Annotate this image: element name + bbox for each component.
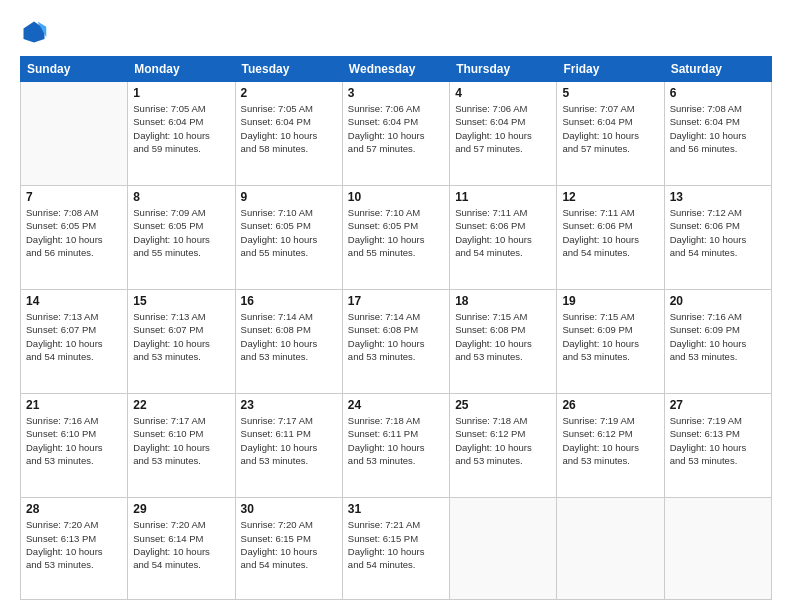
day-number: 26 — [562, 398, 658, 412]
day-info: Sunrise: 7:14 AM Sunset: 6:08 PM Dayligh… — [348, 310, 444, 363]
day-info: Sunrise: 7:09 AM Sunset: 6:05 PM Dayligh… — [133, 206, 229, 259]
weekday-header: Wednesday — [342, 57, 449, 82]
day-info: Sunrise: 7:13 AM Sunset: 6:07 PM Dayligh… — [133, 310, 229, 363]
day-number: 23 — [241, 398, 337, 412]
weekday-header: Friday — [557, 57, 664, 82]
calendar-day-cell: 5Sunrise: 7:07 AM Sunset: 6:04 PM Daylig… — [557, 82, 664, 186]
calendar-day-cell: 4Sunrise: 7:06 AM Sunset: 6:04 PM Daylig… — [450, 82, 557, 186]
day-number: 28 — [26, 502, 122, 516]
day-number: 19 — [562, 294, 658, 308]
day-info: Sunrise: 7:08 AM Sunset: 6:05 PM Dayligh… — [26, 206, 122, 259]
calendar-day-cell: 11Sunrise: 7:11 AM Sunset: 6:06 PM Dayli… — [450, 186, 557, 290]
calendar-day-cell: 9Sunrise: 7:10 AM Sunset: 6:05 PM Daylig… — [235, 186, 342, 290]
day-info: Sunrise: 7:16 AM Sunset: 6:10 PM Dayligh… — [26, 414, 122, 467]
logo-icon — [20, 18, 48, 46]
weekday-header: Monday — [128, 57, 235, 82]
calendar-day-cell: 2Sunrise: 7:05 AM Sunset: 6:04 PM Daylig… — [235, 82, 342, 186]
calendar-day-cell: 23Sunrise: 7:17 AM Sunset: 6:11 PM Dayli… — [235, 394, 342, 498]
calendar-header-row: SundayMondayTuesdayWednesdayThursdayFrid… — [21, 57, 772, 82]
day-number: 22 — [133, 398, 229, 412]
day-number: 30 — [241, 502, 337, 516]
day-info: Sunrise: 7:05 AM Sunset: 6:04 PM Dayligh… — [241, 102, 337, 155]
calendar-day-cell — [557, 498, 664, 600]
day-info: Sunrise: 7:18 AM Sunset: 6:11 PM Dayligh… — [348, 414, 444, 467]
day-number: 7 — [26, 190, 122, 204]
day-info: Sunrise: 7:20 AM Sunset: 6:14 PM Dayligh… — [133, 518, 229, 571]
day-number: 16 — [241, 294, 337, 308]
day-info: Sunrise: 7:17 AM Sunset: 6:10 PM Dayligh… — [133, 414, 229, 467]
calendar-day-cell: 19Sunrise: 7:15 AM Sunset: 6:09 PM Dayli… — [557, 290, 664, 394]
calendar-day-cell: 24Sunrise: 7:18 AM Sunset: 6:11 PM Dayli… — [342, 394, 449, 498]
header — [20, 18, 772, 46]
day-info: Sunrise: 7:06 AM Sunset: 6:04 PM Dayligh… — [348, 102, 444, 155]
day-info: Sunrise: 7:11 AM Sunset: 6:06 PM Dayligh… — [455, 206, 551, 259]
day-number: 5 — [562, 86, 658, 100]
day-number: 9 — [241, 190, 337, 204]
day-info: Sunrise: 7:15 AM Sunset: 6:09 PM Dayligh… — [562, 310, 658, 363]
day-number: 10 — [348, 190, 444, 204]
page: SundayMondayTuesdayWednesdayThursdayFrid… — [0, 0, 792, 612]
calendar-day-cell: 20Sunrise: 7:16 AM Sunset: 6:09 PM Dayli… — [664, 290, 771, 394]
day-number: 4 — [455, 86, 551, 100]
calendar-day-cell: 25Sunrise: 7:18 AM Sunset: 6:12 PM Dayli… — [450, 394, 557, 498]
calendar-day-cell: 21Sunrise: 7:16 AM Sunset: 6:10 PM Dayli… — [21, 394, 128, 498]
calendar-day-cell — [21, 82, 128, 186]
day-number: 3 — [348, 86, 444, 100]
day-info: Sunrise: 7:10 AM Sunset: 6:05 PM Dayligh… — [348, 206, 444, 259]
day-info: Sunrise: 7:19 AM Sunset: 6:13 PM Dayligh… — [670, 414, 766, 467]
day-number: 29 — [133, 502, 229, 516]
day-number: 14 — [26, 294, 122, 308]
day-number: 8 — [133, 190, 229, 204]
day-number: 24 — [348, 398, 444, 412]
calendar-day-cell: 31Sunrise: 7:21 AM Sunset: 6:15 PM Dayli… — [342, 498, 449, 600]
day-info: Sunrise: 7:17 AM Sunset: 6:11 PM Dayligh… — [241, 414, 337, 467]
day-number: 25 — [455, 398, 551, 412]
calendar-day-cell: 27Sunrise: 7:19 AM Sunset: 6:13 PM Dayli… — [664, 394, 771, 498]
calendar-day-cell: 30Sunrise: 7:20 AM Sunset: 6:15 PM Dayli… — [235, 498, 342, 600]
day-info: Sunrise: 7:16 AM Sunset: 6:09 PM Dayligh… — [670, 310, 766, 363]
calendar-day-cell: 17Sunrise: 7:14 AM Sunset: 6:08 PM Dayli… — [342, 290, 449, 394]
day-info: Sunrise: 7:06 AM Sunset: 6:04 PM Dayligh… — [455, 102, 551, 155]
day-number: 20 — [670, 294, 766, 308]
day-info: Sunrise: 7:21 AM Sunset: 6:15 PM Dayligh… — [348, 518, 444, 571]
calendar-day-cell: 1Sunrise: 7:05 AM Sunset: 6:04 PM Daylig… — [128, 82, 235, 186]
day-info: Sunrise: 7:20 AM Sunset: 6:15 PM Dayligh… — [241, 518, 337, 571]
calendar-day-cell: 22Sunrise: 7:17 AM Sunset: 6:10 PM Dayli… — [128, 394, 235, 498]
calendar-day-cell: 3Sunrise: 7:06 AM Sunset: 6:04 PM Daylig… — [342, 82, 449, 186]
weekday-header: Thursday — [450, 57, 557, 82]
calendar-day-cell: 10Sunrise: 7:10 AM Sunset: 6:05 PM Dayli… — [342, 186, 449, 290]
day-info: Sunrise: 7:07 AM Sunset: 6:04 PM Dayligh… — [562, 102, 658, 155]
weekday-header: Saturday — [664, 57, 771, 82]
calendar-table: SundayMondayTuesdayWednesdayThursdayFrid… — [20, 56, 772, 600]
calendar-day-cell: 14Sunrise: 7:13 AM Sunset: 6:07 PM Dayli… — [21, 290, 128, 394]
day-info: Sunrise: 7:05 AM Sunset: 6:04 PM Dayligh… — [133, 102, 229, 155]
calendar-day-cell — [450, 498, 557, 600]
day-number: 27 — [670, 398, 766, 412]
day-info: Sunrise: 7:11 AM Sunset: 6:06 PM Dayligh… — [562, 206, 658, 259]
day-info: Sunrise: 7:15 AM Sunset: 6:08 PM Dayligh… — [455, 310, 551, 363]
day-info: Sunrise: 7:08 AM Sunset: 6:04 PM Dayligh… — [670, 102, 766, 155]
calendar-day-cell: 13Sunrise: 7:12 AM Sunset: 6:06 PM Dayli… — [664, 186, 771, 290]
day-number: 6 — [670, 86, 766, 100]
day-number: 15 — [133, 294, 229, 308]
day-number: 17 — [348, 294, 444, 308]
day-info: Sunrise: 7:19 AM Sunset: 6:12 PM Dayligh… — [562, 414, 658, 467]
day-number: 31 — [348, 502, 444, 516]
day-info: Sunrise: 7:13 AM Sunset: 6:07 PM Dayligh… — [26, 310, 122, 363]
day-number: 12 — [562, 190, 658, 204]
day-info: Sunrise: 7:14 AM Sunset: 6:08 PM Dayligh… — [241, 310, 337, 363]
calendar-day-cell: 6Sunrise: 7:08 AM Sunset: 6:04 PM Daylig… — [664, 82, 771, 186]
day-info: Sunrise: 7:12 AM Sunset: 6:06 PM Dayligh… — [670, 206, 766, 259]
calendar-day-cell: 26Sunrise: 7:19 AM Sunset: 6:12 PM Dayli… — [557, 394, 664, 498]
day-info: Sunrise: 7:18 AM Sunset: 6:12 PM Dayligh… — [455, 414, 551, 467]
logo — [20, 18, 52, 46]
day-number: 21 — [26, 398, 122, 412]
calendar-day-cell: 8Sunrise: 7:09 AM Sunset: 6:05 PM Daylig… — [128, 186, 235, 290]
calendar-day-cell: 12Sunrise: 7:11 AM Sunset: 6:06 PM Dayli… — [557, 186, 664, 290]
calendar-week-row: 14Sunrise: 7:13 AM Sunset: 6:07 PM Dayli… — [21, 290, 772, 394]
calendar-day-cell: 16Sunrise: 7:14 AM Sunset: 6:08 PM Dayli… — [235, 290, 342, 394]
calendar-day-cell: 18Sunrise: 7:15 AM Sunset: 6:08 PM Dayli… — [450, 290, 557, 394]
calendar-week-row: 28Sunrise: 7:20 AM Sunset: 6:13 PM Dayli… — [21, 498, 772, 600]
calendar-day-cell — [664, 498, 771, 600]
day-number: 13 — [670, 190, 766, 204]
